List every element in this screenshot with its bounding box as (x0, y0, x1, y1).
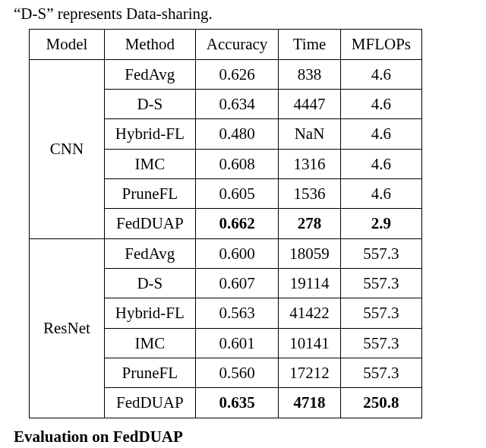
table-body: CNNFedAvg0.6268384.6D-S0.63444474.6Hybri… (30, 59, 422, 418)
accuracy-cell: 0.480 (195, 119, 278, 149)
method-cell: PruneFL (104, 179, 195, 209)
table-header-row: Model Method Accuracy Time MFLOPs (30, 30, 422, 59)
mflops-cell: 2.9 (340, 209, 421, 238)
mflops-cell: 4.6 (340, 179, 421, 209)
col-model: Model (30, 30, 105, 59)
table-row: CNNFedAvg0.6268384.6 (30, 59, 422, 89)
method-cell: IMC (104, 149, 195, 178)
section-heading: Evaluation on FedDUAP (14, 426, 478, 447)
time-cell: 278 (279, 209, 341, 238)
time-cell: 1536 (279, 179, 341, 209)
mflops-cell: 557.3 (340, 328, 421, 358)
accuracy-cell: 0.563 (195, 298, 278, 328)
method-cell: FedAvg (104, 238, 195, 268)
time-cell: NaN (279, 119, 341, 149)
table-caption: “D-S” represents Data-sharing. (14, 3, 478, 24)
mflops-cell: 4.6 (340, 119, 421, 149)
table-row: ResNetFedAvg0.60018059557.3 (30, 238, 422, 268)
accuracy-cell: 0.626 (195, 59, 278, 89)
page: “D-S” represents Data-sharing. Model Met… (0, 0, 486, 447)
accuracy-cell: 0.600 (195, 238, 278, 268)
method-cell: Hybrid-FL (104, 298, 195, 328)
time-cell: 4447 (279, 90, 341, 119)
accuracy-cell: 0.635 (195, 388, 278, 418)
mflops-cell: 557.3 (340, 298, 421, 328)
time-cell: 18059 (279, 238, 341, 268)
mflops-cell: 4.6 (340, 59, 421, 89)
mflops-cell: 250.8 (340, 388, 421, 418)
accuracy-cell: 0.605 (195, 179, 278, 209)
mflops-cell: 557.3 (340, 238, 421, 268)
time-cell: 17212 (279, 358, 341, 388)
table-header: Model Method Accuracy Time MFLOPs (30, 30, 422, 59)
col-method: Method (104, 30, 195, 59)
method-cell: IMC (104, 328, 195, 358)
time-cell: 838 (279, 59, 341, 89)
method-cell: D-S (104, 269, 195, 298)
method-cell: FedDUAP (104, 388, 195, 418)
accuracy-cell: 0.607 (195, 269, 278, 298)
time-cell: 4718 (279, 388, 341, 418)
method-cell: FedAvg (104, 59, 195, 89)
model-cell: ResNet (30, 238, 105, 418)
model-cell: CNN (30, 59, 105, 238)
method-cell: Hybrid-FL (104, 119, 195, 149)
accuracy-cell: 0.601 (195, 328, 278, 358)
time-cell: 10141 (279, 328, 341, 358)
col-time: Time (279, 30, 341, 59)
method-cell: D-S (104, 90, 195, 119)
accuracy-cell: 0.662 (195, 209, 278, 238)
col-accuracy: Accuracy (195, 30, 278, 59)
method-cell: PruneFL (104, 358, 195, 388)
accuracy-cell: 0.608 (195, 149, 278, 178)
time-cell: 1316 (279, 149, 341, 178)
accuracy-cell: 0.560 (195, 358, 278, 388)
results-table: Model Method Accuracy Time MFLOPs CNNFed… (29, 29, 422, 418)
time-cell: 19114 (279, 269, 341, 298)
mflops-cell: 4.6 (340, 90, 421, 119)
method-cell: FedDUAP (104, 209, 195, 238)
mflops-cell: 4.6 (340, 149, 421, 178)
accuracy-cell: 0.634 (195, 90, 278, 119)
col-mflops: MFLOPs (340, 30, 421, 59)
time-cell: 41422 (279, 298, 341, 328)
mflops-cell: 557.3 (340, 269, 421, 298)
mflops-cell: 557.3 (340, 358, 421, 388)
